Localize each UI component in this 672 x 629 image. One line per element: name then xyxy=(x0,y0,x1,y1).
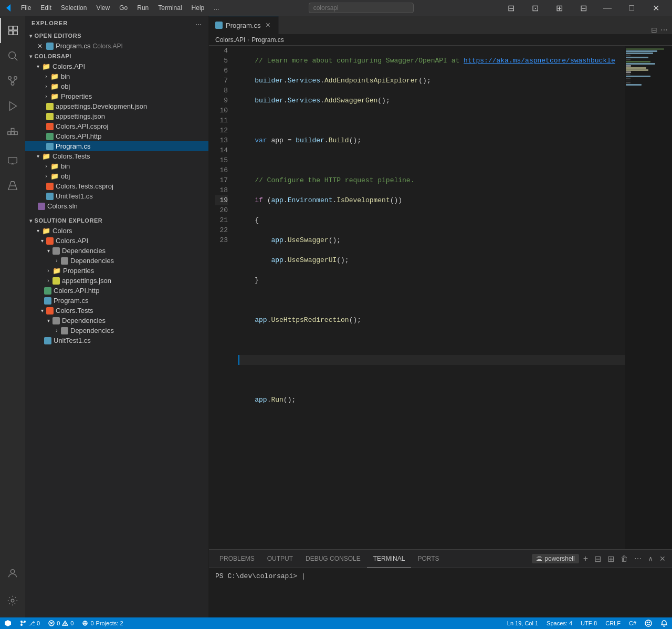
json-icon xyxy=(52,277,60,285)
tree-tests-bin[interactable]: › 📁 bin xyxy=(25,161,208,171)
shell-selector[interactable]: powershell xyxy=(532,554,579,563)
tree-colors-sln[interactable]: Colors.sln xyxy=(25,201,208,211)
menu-go[interactable]: Go xyxy=(115,3,132,13)
status-line-col[interactable]: Ln 19, Col 1 xyxy=(503,617,542,629)
window-panel-btn[interactable]: ⊞ xyxy=(547,0,571,16)
status-projects[interactable]: 0 Projects: 2 xyxy=(78,617,127,629)
terminal-content[interactable]: PS C:\dev\colorsapi> | xyxy=(209,568,672,610)
activity-search[interactable] xyxy=(0,43,25,68)
status-errors[interactable]: 0 0 xyxy=(44,617,78,629)
tree-appsettings[interactable]: appsettings.json xyxy=(25,111,208,121)
tree-unittest[interactable]: UnitTest1.cs xyxy=(25,191,208,201)
expand-arrow: ▾ xyxy=(38,238,46,244)
tab-terminal[interactable]: TERMINAL xyxy=(367,550,412,568)
sol-api-appsettings[interactable]: › appsettings.json xyxy=(25,276,208,286)
folder-icon: 📁 xyxy=(42,62,50,70)
kill-terminal-icon[interactable]: 🗑 xyxy=(618,554,630,563)
tab-output[interactable]: OUTPUT xyxy=(261,550,299,568)
window-sidebar-btn[interactable]: ⊡ xyxy=(523,0,547,16)
sol-tests-unittest[interactable]: UnitTest1.cs xyxy=(25,336,208,345)
tab-problems[interactable]: PROBLEMS xyxy=(213,550,261,568)
terminal-panel: PROBLEMS OUTPUT DEBUG CONSOLE TERMINAL P… xyxy=(209,549,672,617)
tree-colors-tests[interactable]: ▾ 📁 Colors.Tests xyxy=(25,151,208,161)
add-terminal-icon[interactable]: + xyxy=(581,554,590,563)
menu-terminal[interactable]: Terminal xyxy=(154,3,186,13)
split-editor-icon[interactable]: ⊟ xyxy=(651,26,657,34)
status-language[interactable]: C# xyxy=(625,617,640,629)
svg-point-4 xyxy=(9,52,16,59)
window-close[interactable]: ✕ xyxy=(644,0,668,16)
search-input[interactable] xyxy=(309,3,414,13)
activity-remote[interactable] xyxy=(0,148,25,173)
sol-tests-deps[interactable]: ▾ Dependencies xyxy=(25,316,208,326)
sol-api-program[interactable]: Program.cs xyxy=(25,296,208,306)
tree-csproj[interactable]: Colors.API.csproj xyxy=(25,121,208,131)
tree-program-cs[interactable]: Program.cs xyxy=(25,141,208,151)
more-actions-icon[interactable]: ⋯ xyxy=(660,26,668,34)
terminal-close-icon[interactable]: ✕ xyxy=(657,554,668,563)
sol-api-deps[interactable]: ▾ Dependencies xyxy=(25,246,208,256)
window-minimize[interactable]: — xyxy=(595,0,620,16)
window-custom-btn[interactable]: ⊟ xyxy=(571,0,595,16)
solution-explorer-section[interactable]: ▾ SOLUTION EXPLORER xyxy=(25,215,208,226)
sol-colors-tests[interactable]: ▾ Colors.Tests xyxy=(25,306,208,316)
tree-label: Colors.API.http xyxy=(56,132,101,140)
activity-explorer[interactable] xyxy=(0,18,25,43)
cs-icon xyxy=(44,297,51,305)
status-git-branch[interactable]: ⎇ 0 xyxy=(16,617,44,629)
tree-tests-obj[interactable]: › 📁 obj xyxy=(25,171,208,181)
tree-colors-api[interactable]: ▾ 📁 Colors.API xyxy=(25,61,208,71)
menu-file[interactable]: File xyxy=(17,3,35,13)
sol-api-deps-child[interactable]: › Dependencies xyxy=(25,256,208,266)
menu-run[interactable]: Run xyxy=(133,3,153,13)
activity-accounts[interactable] xyxy=(0,561,25,586)
status-remote[interactable] xyxy=(0,617,16,629)
tab-debug-console[interactable]: DEBUG CONSOLE xyxy=(299,550,367,568)
window-maximize[interactable]: □ xyxy=(620,0,644,16)
tree-appsettings-dev[interactable]: appsettings.Development.json xyxy=(25,101,208,111)
colorsapi-section[interactable]: ▾ COLORSAPI xyxy=(25,51,208,61)
activity-extensions[interactable] xyxy=(0,119,25,144)
window-layout-btn[interactable]: ⊟ xyxy=(499,0,523,16)
terminal-max-icon[interactable]: ∧ xyxy=(646,554,655,563)
tree-properties[interactable]: › 📁 Properties xyxy=(25,91,208,101)
open-editor-program-cs[interactable]: ✕ Program.cs Colors.API xyxy=(25,41,208,51)
menu-more[interactable]: ... xyxy=(209,3,223,13)
activity-testing[interactable] xyxy=(0,173,25,198)
tab-ports[interactable]: PORTS xyxy=(411,550,445,568)
tree-tests-csproj[interactable]: Colors.Tests.csproj xyxy=(25,181,208,191)
menu-selection[interactable]: Selection xyxy=(57,3,91,13)
sol-api-http[interactable]: Colors.API.http xyxy=(25,286,208,296)
menu-view[interactable]: View xyxy=(92,3,114,13)
activity-run[interactable] xyxy=(0,93,25,119)
status-notifications[interactable] xyxy=(656,617,672,629)
tab-close-icon[interactable]: × xyxy=(264,20,272,30)
deps-icon xyxy=(61,327,68,334)
status-encoding[interactable]: UTF-8 xyxy=(576,617,601,629)
terminal-more-icon[interactable]: ⋯ xyxy=(632,554,644,563)
activity-settings[interactable] xyxy=(0,588,25,613)
breadcrumb-file[interactable]: Program.cs xyxy=(251,36,284,44)
menu-edit[interactable]: Edit xyxy=(36,3,56,13)
sol-colors-api[interactable]: ▾ Colors.API xyxy=(25,236,208,246)
sidebar-more[interactable]: ... xyxy=(196,20,202,26)
tab-program-cs[interactable]: Program.cs × xyxy=(209,16,279,34)
sol-colors[interactable]: ▾ 📁 Colors xyxy=(25,226,208,236)
folder-icon: 📁 xyxy=(52,267,61,275)
tree-obj[interactable]: › 📁 obj xyxy=(25,81,208,91)
status-spaces[interactable]: Spaces: 4 xyxy=(542,617,576,629)
open-editors-section[interactable]: ▾ OPEN EDITORS xyxy=(25,30,208,41)
breadcrumb-root[interactable]: Colors.API xyxy=(215,36,245,44)
tree-bin[interactable]: › 📁 bin xyxy=(25,71,208,81)
sol-api-properties[interactable]: › 📁 Properties xyxy=(25,266,208,276)
status-feedback[interactable] xyxy=(640,617,656,629)
status-line-ending[interactable]: CRLF xyxy=(601,617,625,629)
tree-http[interactable]: Colors.API.http xyxy=(25,131,208,141)
close-editor-icon[interactable]: ✕ xyxy=(36,43,44,50)
menu-help[interactable]: Help xyxy=(187,3,209,13)
sol-tests-deps-child[interactable]: › Dependencies xyxy=(25,326,208,336)
activity-source-control[interactable] xyxy=(0,68,25,93)
split-terminal-icon[interactable]: ⊟ xyxy=(592,554,603,564)
terminal-layout-icon[interactable]: ⊞ xyxy=(605,554,616,564)
code-editor[interactable]: 45678 910111213 1415161718 19 20212223 /… xyxy=(209,46,625,549)
